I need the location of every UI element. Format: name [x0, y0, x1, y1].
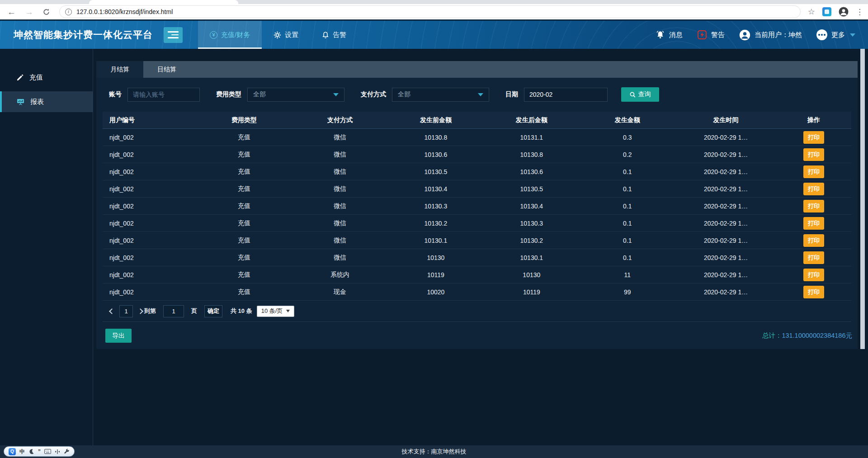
- cell-action: 打印: [776, 183, 851, 195]
- print-button[interactable]: 打印: [803, 131, 824, 144]
- browser-active-tab[interactable]: [89, 0, 238, 4]
- cell-user-id: njdt_002: [103, 185, 196, 193]
- cell-time: 2020-02-29 1…: [675, 254, 777, 261]
- messages-label: 消息: [669, 31, 683, 39]
- split-cursor-icon[interactable]: [55, 449, 60, 454]
- sidebar-item-recharge[interactable]: 充值: [0, 67, 93, 88]
- print-button[interactable]: 打印: [803, 286, 824, 298]
- print-button[interactable]: 打印: [803, 148, 824, 161]
- ime-logo-icon[interactable]: Q: [9, 448, 16, 455]
- cell-amount-after: 10130.6: [484, 168, 580, 175]
- reload-icon[interactable]: [42, 8, 50, 16]
- goto-page-input[interactable]: 1: [163, 305, 184, 317]
- sidebar-item-label: 充值: [29, 73, 43, 82]
- alerts-label: 警告: [711, 31, 725, 39]
- cell-amount: 0.1: [580, 220, 675, 227]
- cell-fee-type: 充值: [196, 288, 292, 296]
- cell-amount-before: 10130.5: [388, 168, 484, 175]
- current-user-button[interactable]: 当前用户：坤然: [739, 29, 802, 41]
- profile-avatar-icon[interactable]: [839, 7, 849, 17]
- punctuation-icon[interactable]: ”: [38, 449, 41, 454]
- print-button[interactable]: 打印: [803, 251, 824, 264]
- col-amount-after: 发生后金额: [484, 116, 580, 124]
- url-bar[interactable]: i 127.0.0.1:8020/krznsdjf/index.html: [59, 5, 801, 18]
- cell-amount-before: 10130: [388, 254, 484, 261]
- url-text[interactable]: 127.0.0.1:8020/krznsdjf/index.html: [76, 8, 173, 15]
- pay-method-select[interactable]: 全部: [392, 88, 489, 102]
- cell-user-id: njdt_002: [103, 134, 196, 141]
- sidebar: 充值 报表: [0, 49, 93, 445]
- cell-fee-type: 充值: [196, 133, 292, 142]
- info-icon[interactable]: i: [65, 9, 72, 15]
- cell-amount: 0.1: [580, 237, 675, 244]
- cell-user-id: njdt_002: [103, 151, 196, 158]
- ellipsis-icon: [816, 29, 827, 40]
- tab-monthly-settlement[interactable]: 月结算: [96, 61, 143, 78]
- cell-time: 2020-02-29 1…: [675, 288, 777, 296]
- nav-item-settings[interactable]: 设置: [262, 21, 310, 49]
- cell-user-id: njdt_002: [103, 220, 196, 227]
- scrollbar[interactable]: [860, 49, 865, 349]
- export-button[interactable]: 导出: [105, 329, 132, 343]
- cell-amount: 0.1: [580, 168, 675, 175]
- cell-amount: 11: [580, 271, 675, 279]
- current-user-label: 当前用户：坤然: [755, 31, 802, 39]
- col-user-id: 用户编号: [103, 116, 196, 124]
- cell-amount-after: 10130.8: [484, 151, 580, 158]
- bookmark-star-icon[interactable]: ☆: [808, 7, 815, 17]
- search-button-label: 查询: [638, 90, 651, 99]
- cell-amount-before: 10130.6: [388, 151, 484, 158]
- content-panel: 月结算 日结算 账号 费用类型 全部 支付方式 全部 日期: [96, 61, 858, 349]
- browser-menu-icon[interactable]: ⋮: [856, 7, 863, 17]
- col-time: 发生时间: [675, 116, 777, 124]
- next-page-icon[interactable]: [137, 308, 143, 314]
- wrench-icon[interactable]: [64, 449, 70, 454]
- nav-item-recharge-finance[interactable]: ¥ 充值/财务: [198, 21, 262, 49]
- table-header-row: 用户编号 费用类型 支付方式 发生前金额 发生后金额 发生金额 发生时间 操作: [103, 112, 851, 129]
- cell-amount-before: 10130.3: [388, 203, 484, 210]
- browser-actions: ☆ ⋮: [808, 7, 863, 17]
- fee-type-select[interactable]: 全部: [247, 88, 344, 102]
- print-button[interactable]: 打印: [803, 269, 824, 281]
- cell-amount-after: 10130.4: [484, 203, 580, 210]
- grand-total-label: 总计：: [762, 332, 782, 339]
- page-size-select[interactable]: 10 条/页: [257, 306, 295, 317]
- ime-chinese-mode[interactable]: 中: [19, 449, 25, 454]
- back-icon[interactable]: ←: [7, 8, 16, 16]
- cell-fee-type: 充值: [196, 168, 292, 176]
- more-button[interactable]: 更多: [816, 29, 855, 40]
- print-button[interactable]: 打印: [803, 217, 824, 230]
- collapse-menu-button[interactable]: [164, 27, 183, 43]
- moon-icon[interactable]: [28, 449, 34, 454]
- forward-icon[interactable]: →: [25, 8, 33, 16]
- print-button[interactable]: 打印: [803, 234, 824, 247]
- nav-item-alarm[interactable]: 告警: [310, 21, 358, 49]
- print-button[interactable]: 打印: [803, 200, 824, 212]
- tab-daily-settlement[interactable]: 日结算: [143, 61, 190, 78]
- account-input[interactable]: [127, 88, 200, 102]
- search-button[interactable]: 查询: [621, 87, 659, 102]
- print-button[interactable]: 打印: [803, 183, 824, 195]
- table-row: njdt_002 充值 微信 10130.2 10130.3 0.1 2020-…: [103, 215, 851, 232]
- cell-amount-before: 10130.8: [388, 134, 484, 141]
- filter-row: 账号 费用类型 全部 支付方式 全部 日期 查询: [96, 78, 858, 102]
- prev-page-icon[interactable]: [109, 308, 115, 314]
- date-input[interactable]: [524, 88, 608, 102]
- cell-action: 打印: [776, 269, 851, 281]
- ime-toolbar: Q 中 ”: [4, 446, 75, 457]
- nav-label: 告警: [333, 31, 346, 39]
- export-row: 导出 总计：131.10000002384186元: [96, 322, 858, 343]
- alerts-button[interactable]: 警告: [697, 30, 725, 40]
- sidebar-item-report[interactable]: 报表: [0, 91, 93, 112]
- extension-icon[interactable]: [822, 7, 831, 16]
- col-fee-type: 费用类型: [196, 116, 292, 124]
- current-page-box[interactable]: 1: [119, 305, 133, 317]
- messages-button[interactable]: 消息: [656, 30, 683, 40]
- browser-tabstrip: [0, 0, 868, 4]
- cell-pay-method: 微信: [292, 254, 388, 262]
- print-button[interactable]: 打印: [803, 165, 824, 178]
- fee-type-value: 全部: [253, 90, 266, 99]
- cell-time: 2020-02-29 1…: [675, 237, 777, 244]
- keyboard-icon[interactable]: [44, 449, 51, 454]
- confirm-page-button[interactable]: 确定: [204, 305, 222, 317]
